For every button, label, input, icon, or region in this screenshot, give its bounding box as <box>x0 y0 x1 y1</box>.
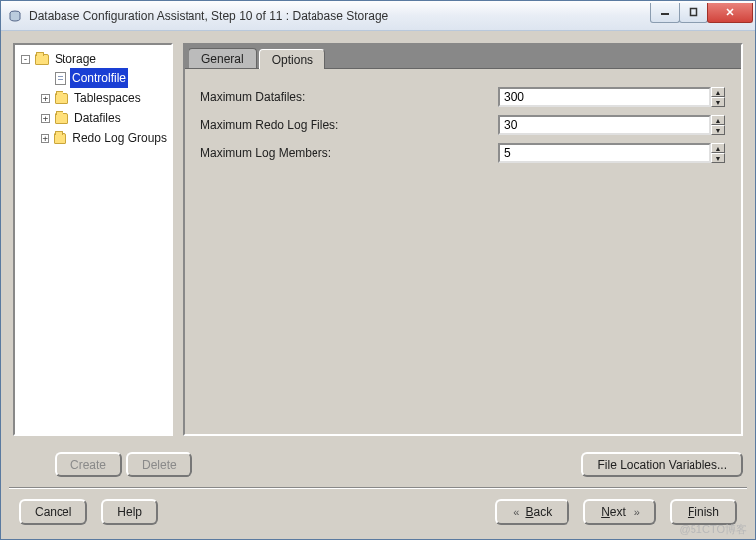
titlebar[interactable]: Database Configuration Assistant, Step 1… <box>1 1 755 31</box>
tree-label: Tablespaces <box>72 88 143 108</box>
minimize-button[interactable] <box>650 3 680 23</box>
max-redolog-input[interactable] <box>498 115 711 135</box>
max-members-spinner: ▲ ▼ <box>498 143 725 163</box>
document-icon <box>55 72 66 85</box>
maximize-button[interactable] <box>679 3 708 23</box>
tab-general[interactable]: General <box>189 48 257 68</box>
folder-icon <box>55 113 68 124</box>
close-button[interactable] <box>707 3 753 23</box>
expand-icon[interactable]: + <box>41 94 50 103</box>
folder-icon <box>55 93 68 104</box>
chevron-right-icon: » <box>634 506 638 518</box>
expand-icon[interactable]: + <box>41 134 49 143</box>
max-members-input[interactable] <box>498 143 711 163</box>
max-datafiles-spinner: ▲ ▼ <box>498 87 725 107</box>
help-button[interactable]: Help <box>101 499 158 525</box>
create-button[interactable]: Create <box>55 452 122 477</box>
watermark: @51CTO博客 <box>680 522 747 537</box>
content-area: - Storage Controlfile <box>1 31 755 539</box>
back-button[interactable]: « Back <box>495 499 569 525</box>
tree-label: Storage <box>53 49 98 68</box>
file-location-variables-button[interactable]: File Location Variables... <box>581 452 743 477</box>
tree-node-tablespaces[interactable]: + Tablespaces <box>37 88 169 108</box>
max-datafiles-input[interactable] <box>498 87 711 107</box>
svg-rect-1 <box>661 13 669 15</box>
window-controls <box>651 3 753 23</box>
label-max-datafiles: Maximum Datafiles: <box>200 90 498 104</box>
svg-rect-2 <box>691 9 697 16</box>
label-max-redolog: Maximum Redo Log Files: <box>200 118 498 132</box>
tree-node-datafiles[interactable]: + Datafiles <box>37 108 169 128</box>
tree-node-controlfile[interactable]: Controlfile <box>37 68 169 88</box>
app-icon <box>7 8 23 24</box>
folder-icon <box>35 54 49 65</box>
label-max-members: Maximum Log Members: <box>200 146 498 160</box>
cancel-button[interactable]: Cancel <box>19 499 87 525</box>
tab-strip: General Options <box>185 45 741 69</box>
spinner-up-icon[interactable]: ▲ <box>711 143 725 153</box>
spinner-up-icon[interactable]: ▲ <box>711 115 725 125</box>
tree-label: Controlfile <box>70 68 128 88</box>
tree-node-storage[interactable]: - Storage <box>17 49 169 68</box>
storage-tree[interactable]: - Storage Controlfile <box>13 43 173 436</box>
spinner-down-icon[interactable]: ▼ <box>711 97 725 107</box>
window-title: Database Configuration Assistant, Step 1… <box>29 9 651 23</box>
tree-node-redolog[interactable]: + Redo Log Groups <box>37 128 169 148</box>
chevron-left-icon: « <box>513 506 517 518</box>
next-button[interactable]: Next » <box>583 499 656 525</box>
tree-label: Redo Log Groups <box>70 128 169 148</box>
tree-label: Datafiles <box>72 108 123 128</box>
delete-button[interactable]: Delete <box>126 452 192 477</box>
expand-icon[interactable]: + <box>41 114 50 123</box>
tab-options[interactable]: Options <box>259 49 325 69</box>
collapse-icon[interactable]: - <box>21 55 30 64</box>
spinner-down-icon[interactable]: ▼ <box>711 125 725 135</box>
spinner-up-icon[interactable]: ▲ <box>711 87 725 97</box>
app-window: Database Configuration Assistant, Step 1… <box>0 0 756 540</box>
spinner-down-icon[interactable]: ▼ <box>711 153 725 163</box>
folder-icon <box>54 133 66 144</box>
detail-panel: General Options Maximum Datafiles: ▲ ▼ <box>183 43 743 436</box>
max-redolog-spinner: ▲ ▼ <box>498 115 725 135</box>
tab-body-options: Maximum Datafiles: ▲ ▼ Maximum Redo Log … <box>185 69 741 434</box>
